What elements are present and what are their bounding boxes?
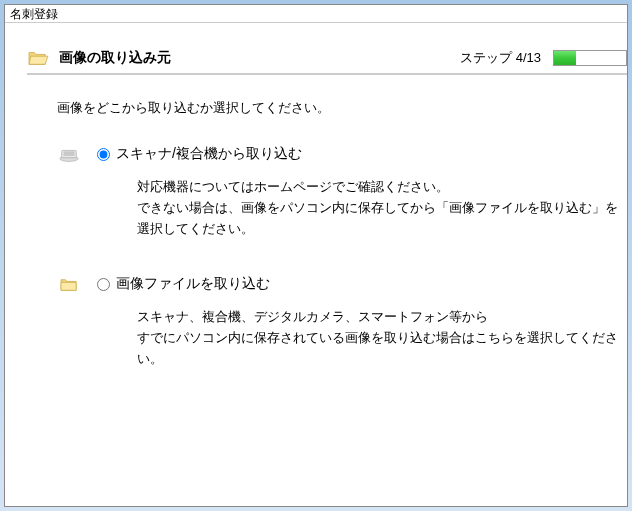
folder-open-icon [27, 49, 49, 67]
radio-scanner-label: スキャナ/複合機から取り込む [116, 145, 302, 163]
file-desc-line1: スキャナ、複合機、デジタルカメラ、スマートフォン等から [137, 307, 627, 328]
scanner-description: 対応機器についてはホームページでご確認ください。 できない場合は、画像をパソコン… [137, 177, 627, 239]
header-left: 画像の取り込み元 [27, 49, 171, 67]
option-scanner: スキャナ/複合機から取り込む 対応機器についてはホームページでご確認ください。 … [57, 145, 627, 239]
instruction-text: 画像をどこから取り込むか選択してください。 [57, 99, 627, 117]
svg-rect-2 [64, 151, 75, 156]
option-file-content: 画像ファイルを取り込む スキャナ、複合機、デジタルカメラ、スマートフォン等から … [97, 275, 627, 369]
scanner-desc-line2: できない場合は、画像をパソコン内に保存してから「画像ファイルを取り込む」を選択し… [137, 198, 627, 240]
step-indicator: ステップ 4/13 [460, 49, 541, 67]
radio-scanner[interactable] [97, 148, 110, 161]
header-right: ステップ 4/13 [460, 49, 627, 67]
radio-file-row[interactable]: 画像ファイルを取り込む [97, 275, 627, 293]
option-scanner-content: スキャナ/複合機から取り込む 対応機器についてはホームページでご確認ください。 … [97, 145, 627, 239]
file-desc-line2: すでにパソコン内に保存されている画像を取り込む場合はこちらを選択してください。 [137, 328, 627, 370]
option-file: 画像ファイルを取り込む スキャナ、複合機、デジタルカメラ、スマートフォン等から … [57, 275, 627, 369]
dialog-window: 名刺登録 画像の取り込み元 ステップ 4/13 [4, 4, 628, 507]
divider [27, 73, 627, 75]
folder-icon [57, 275, 81, 295]
progress-bar [553, 50, 627, 66]
window-title: 名刺登録 [10, 7, 58, 21]
progress-fill [554, 51, 576, 65]
header-row: 画像の取り込み元 ステップ 4/13 [27, 41, 627, 73]
titlebar: 名刺登録 [5, 5, 627, 23]
file-description: スキャナ、複合機、デジタルカメラ、スマートフォン等から すでにパソコン内に保存さ… [137, 307, 627, 369]
radio-file-label: 画像ファイルを取り込む [116, 275, 270, 293]
radio-scanner-row[interactable]: スキャナ/複合機から取り込む [97, 145, 627, 163]
content-area: 画像の取り込み元 ステップ 4/13 画像をどこから取り込むか選択してください。 [27, 41, 627, 506]
page-title: 画像の取り込み元 [59, 49, 171, 67]
scanner-icon [57, 145, 81, 165]
radio-file[interactable] [97, 278, 110, 291]
scanner-desc-line1: 対応機器についてはホームページでご確認ください。 [137, 177, 627, 198]
